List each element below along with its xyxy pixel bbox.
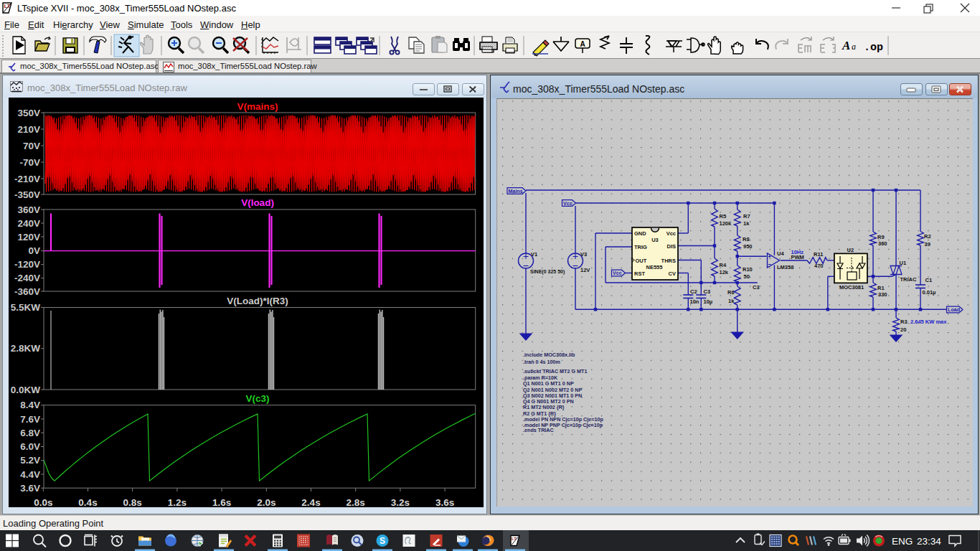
svg-text:-360V: -360V <box>14 286 40 297</box>
svg-text:R11: R11 <box>814 251 823 258</box>
svg-text:-70V: -70V <box>19 157 40 168</box>
svg-text:R4: R4 <box>720 262 727 268</box>
svg-text:12V: 12V <box>580 267 590 273</box>
svg-text:A: A <box>842 39 850 52</box>
svg-text:SINE(0 325 50): SINE(0 325 50) <box>530 269 565 275</box>
svg-text:TRIAC: TRIAC <box>900 276 917 283</box>
svg-text:0.4s: 0.4s <box>78 497 97 507</box>
svg-text:R3: R3 <box>900 319 908 325</box>
svg-text:.include MOC308x.lib: .include MOC308x.lib <box>523 352 575 358</box>
svg-text:U4: U4 <box>777 250 784 257</box>
svg-text:V(c3): V(c3) <box>245 393 269 404</box>
svg-text:120k: 120k <box>720 220 732 227</box>
svg-text:7.6V: 7.6V <box>20 414 40 425</box>
svg-text:2.8s: 2.8s <box>347 497 365 507</box>
svg-text:350V: 350V <box>17 108 40 118</box>
svg-text:4.4V: 4.4V <box>20 469 40 480</box>
svg-text:1k: 1k <box>728 298 735 304</box>
svg-text:R2: R2 <box>924 233 931 240</box>
svg-text:1k: 1k <box>743 220 750 227</box>
svg-text:5.5KW: 5.5KW <box>11 302 41 313</box>
svg-text:1.2s: 1.2s <box>168 497 187 507</box>
svg-text:2.0s: 2.0s <box>257 497 275 507</box>
svg-text:-350V: -350V <box>14 189 40 200</box>
svg-text:a: a <box>852 42 856 52</box>
svg-text:Mains: Mains <box>509 188 523 194</box>
svg-text:RST: RST <box>634 270 645 277</box>
svg-text:1.6s: 1.6s <box>212 497 231 507</box>
svg-text:20: 20 <box>900 326 906 333</box>
svg-text:R10: R10 <box>743 266 753 273</box>
svg-text:950: 950 <box>743 243 753 250</box>
svg-text:V(mains): V(mains) <box>237 101 278 112</box>
svg-text:R9: R9 <box>877 234 885 240</box>
svg-text:0.0KW: 0.0KW <box>11 385 41 395</box>
svg-text:THRS: THRS <box>661 258 676 264</box>
svg-text:Vcc: Vcc <box>666 230 676 237</box>
svg-text:Vcc: Vcc <box>613 270 622 276</box>
svg-text:120V: 120V <box>17 232 40 242</box>
svg-text:TRIG: TRIG <box>634 244 647 250</box>
svg-text:C1: C1 <box>925 277 933 283</box>
svg-text:210V: 210V <box>17 124 40 135</box>
svg-text:R5: R5 <box>720 213 727 220</box>
svg-text:2.4s: 2.4s <box>301 497 320 507</box>
svg-text:V(load): V(load) <box>241 197 274 208</box>
svg-text:DIS: DIS <box>666 243 676 250</box>
svg-text:8.4V: 8.4V <box>20 400 40 410</box>
svg-text:.ends TRIAC: .ends TRIAC <box>523 427 554 433</box>
svg-text:.op: .op <box>864 42 883 54</box>
svg-text:C3: C3 <box>753 284 760 291</box>
svg-text:NE555: NE555 <box>646 264 663 270</box>
svg-text:ENG: ENG <box>892 536 913 547</box>
svg-text:U3: U3 <box>651 237 659 243</box>
svg-text:3.6V: 3.6V <box>20 483 40 494</box>
svg-text:23:34: 23:34 <box>917 536 941 547</box>
svg-text:0V: 0V <box>28 245 40 256</box>
svg-text:C2: C2 <box>690 288 697 295</box>
svg-text:CV: CV <box>669 270 676 277</box>
svg-text:V3: V3 <box>580 251 587 258</box>
svg-text:LT: LT <box>512 537 517 541</box>
svg-text:V(Load)*I(R3): V(Load)*I(R3) <box>227 296 288 306</box>
svg-text:470: 470 <box>814 263 824 269</box>
svg-text:360: 360 <box>878 240 887 247</box>
svg-text:10Hz: 10Hz <box>791 249 804 255</box>
svg-text:10n: 10n <box>690 298 699 305</box>
svg-text:0.01µ: 0.01µ <box>923 289 936 296</box>
svg-text:-210V: -210V <box>14 174 40 184</box>
svg-text:MOC3081: MOC3081 <box>839 284 864 291</box>
svg-text:V1: V1 <box>531 251 537 258</box>
svg-text:Vcc: Vcc <box>563 200 573 207</box>
svg-text:50: 50 <box>744 273 750 280</box>
svg-text:A: A <box>580 40 585 48</box>
svg-text:360V: 360V <box>17 204 40 215</box>
svg-text:6.8V: 6.8V <box>20 428 40 438</box>
svg-text:U1: U1 <box>900 260 907 266</box>
svg-text:LM358: LM358 <box>777 264 793 270</box>
svg-text:240V: 240V <box>17 218 40 229</box>
svg-text:2.8KW: 2.8KW <box>11 343 41 354</box>
svg-text:39: 39 <box>925 241 930 248</box>
svg-text:-120V: -120V <box>14 259 40 270</box>
svg-text:10µ: 10µ <box>704 298 713 305</box>
svg-text:GND: GND <box>634 230 646 237</box>
svg-text:S: S <box>380 536 385 546</box>
svg-text:12k: 12k <box>720 269 729 276</box>
svg-text:3.6s: 3.6s <box>435 497 454 507</box>
svg-text:R8: R8 <box>743 236 750 242</box>
svg-text:.tran 0 4s 100m: .tran 0 4s 100m <box>523 359 560 365</box>
svg-text:R7: R7 <box>743 213 750 220</box>
svg-text:0.0s: 0.0s <box>34 497 52 507</box>
svg-text:-240V: -240V <box>14 273 40 283</box>
svg-text:Load: Load <box>948 306 960 313</box>
svg-text:R6: R6 <box>727 289 735 296</box>
svg-text:5.2V: 5.2V <box>20 455 40 466</box>
svg-text:U2: U2 <box>847 247 854 253</box>
svg-text:OUT: OUT <box>636 258 647 264</box>
svg-text:330: 330 <box>878 291 887 298</box>
svg-text:C3: C3 <box>704 288 711 295</box>
svg-text:6.0V: 6.0V <box>20 441 40 452</box>
svg-text:70V: 70V <box>23 141 40 151</box>
svg-text:3.2s: 3.2s <box>391 497 410 507</box>
